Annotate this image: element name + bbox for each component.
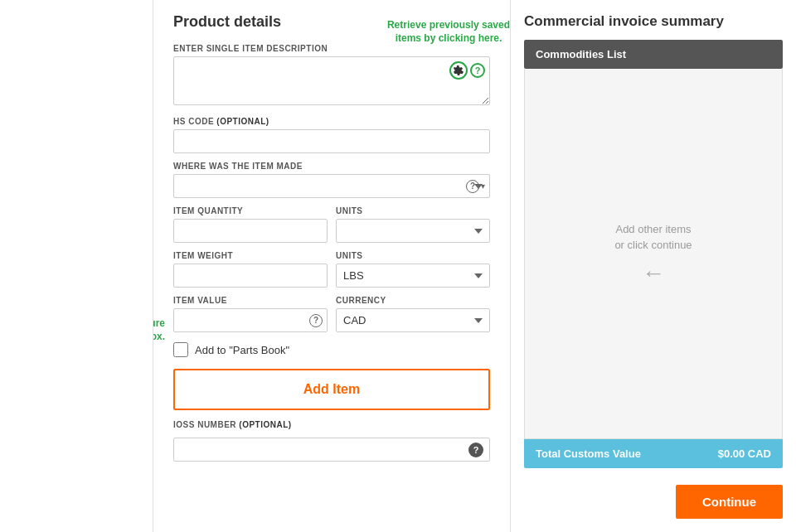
- currency-select[interactable]: CAD USD: [336, 308, 490, 332]
- description-wrapper: ?: [173, 56, 490, 109]
- weight-col: ITEM WEIGHT: [173, 243, 328, 288]
- commodities-body: Add other items or click continue ←: [524, 69, 783, 439]
- left-sidebar: [0, 0, 153, 532]
- quantity-col: ITEM QUANTITY: [173, 198, 328, 243]
- total-customs-value: $0.00 CAD: [718, 447, 771, 460]
- where-made-select[interactable]: [173, 174, 490, 198]
- ioss-input[interactable]: [173, 438, 490, 462]
- units-select[interactable]: [336, 219, 490, 243]
- page-container: Product details Retrieve previously save…: [0, 0, 796, 532]
- hs-code-optional: (OPTIONAL): [216, 117, 269, 126]
- empty-text-line1: Add other items: [615, 223, 691, 235]
- description-input[interactable]: [173, 56, 490, 105]
- description-help-icon[interactable]: ?: [470, 63, 485, 78]
- add-item-button[interactable]: Add Item: [173, 369, 490, 410]
- arrow-left-icon: ←: [642, 260, 665, 287]
- item-weight-input[interactable]: [173, 264, 328, 288]
- description-icons: ?: [449, 61, 485, 80]
- parts-book-checkbox[interactable]: [173, 342, 188, 357]
- ioss-row: ?: [173, 438, 490, 462]
- checkbox-row: Save this item for future use by checkin…: [173, 342, 490, 357]
- retrieve-tooltip-line2: items by clicking here.: [396, 32, 502, 44]
- units-label: UNITS: [336, 206, 490, 215]
- ioss-label: IOSS NUMBER (OPTIONAL): [173, 420, 490, 429]
- weight-units-select[interactable]: LBS KGS: [336, 264, 490, 288]
- total-customs-bar: Total Customs Value $0.00 CAD: [524, 439, 783, 468]
- save-tooltip-line2: use by checking this box.: [153, 331, 165, 342]
- units-col: UNITS: [336, 198, 490, 243]
- retrieve-saved-items-button[interactable]: [449, 61, 468, 80]
- save-tooltip: Save this item for future use by checkin…: [153, 317, 165, 343]
- where-made-wrapper: ? ▾: [173, 174, 490, 198]
- item-quantity-label: ITEM QUANTITY: [173, 206, 328, 215]
- quantity-units-row: ITEM QUANTITY UNITS: [173, 198, 490, 243]
- value-col: ITEM VALUE ?: [173, 288, 328, 332]
- item-weight-label: ITEM WEIGHT: [173, 251, 328, 260]
- ioss-help-icon[interactable]: ?: [468, 443, 483, 457]
- parts-book-label[interactable]: Add to "Parts Book": [195, 344, 289, 356]
- value-currency-row: ITEM VALUE ? CURRENCY CAD USD: [173, 288, 490, 332]
- item-value-label: ITEM VALUE: [173, 296, 328, 305]
- currency-label: CURRENCY: [336, 296, 490, 305]
- weight-units-row: ITEM WEIGHT UNITS LBS KGS: [173, 243, 490, 288]
- right-panel: Commercial invoice summary Commodities L…: [510, 0, 796, 532]
- item-quantity-input[interactable]: [173, 219, 328, 243]
- retrieve-tooltip: Retrieve previously saved items by click…: [366, 19, 510, 45]
- ioss-optional: (OPTIONAL): [239, 420, 291, 429]
- main-content: Product details Retrieve previously save…: [153, 0, 510, 532]
- empty-text-line2: or click continue: [614, 239, 692, 251]
- weight-units-label: UNITS: [336, 251, 490, 260]
- weight-units-col: UNITS LBS KGS: [336, 243, 490, 288]
- currency-col: CURRENCY CAD USD: [336, 288, 490, 332]
- description-label: ENTER SINGLE ITEM DESCRIPTION: [173, 44, 490, 53]
- total-customs-label: Total Customs Value: [536, 447, 641, 460]
- hs-code-input[interactable]: [173, 129, 490, 153]
- retrieve-tooltip-line1: Retrieve previously saved: [387, 19, 510, 31]
- where-made-label: WHERE WAS THE ITEM MADE: [173, 162, 490, 171]
- gear-icon: [454, 65, 464, 75]
- continue-button[interactable]: Continue: [676, 485, 783, 519]
- continue-btn-row: Continue: [524, 468, 783, 519]
- value-help-icon[interactable]: ?: [309, 314, 323, 327]
- item-value-input[interactable]: [173, 308, 328, 332]
- empty-text: Add other items or click continue: [614, 221, 692, 254]
- commercial-invoice-title: Commercial invoice summary: [524, 13, 783, 30]
- hs-code-label: HS CODE (OPTIONAL): [173, 117, 490, 126]
- commodities-header: Commodities List: [524, 40, 783, 69]
- value-input-wrapper: ?: [173, 308, 328, 332]
- save-tooltip-line1: Save this item for future: [153, 317, 165, 329]
